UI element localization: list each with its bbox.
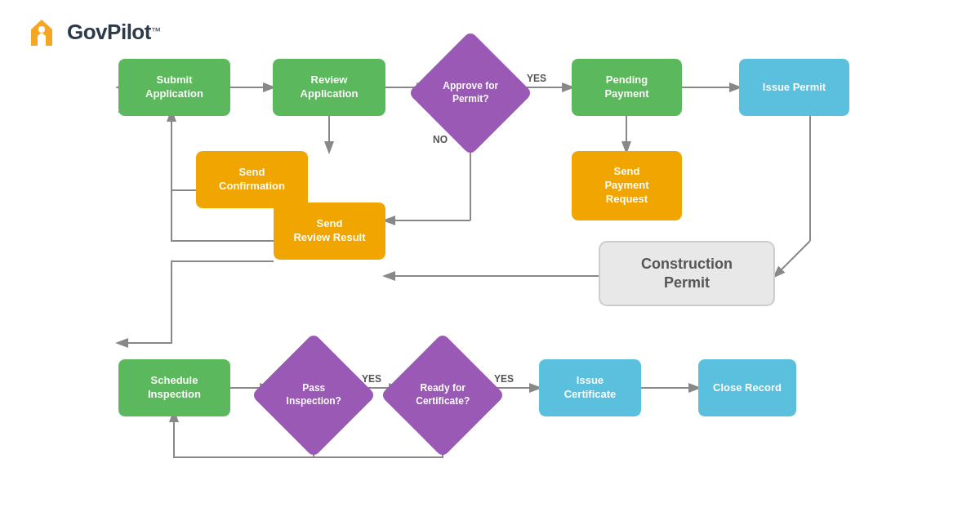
yes-label-pass: YES: [362, 373, 381, 385]
page: GovPilot™: [0, 0, 980, 512]
issue-certificate-node: Issue Certificate: [539, 359, 641, 416]
svg-line-17: [775, 241, 810, 276]
no-label-approve: NO: [433, 134, 448, 145]
send-confirmation-node: Send Confirmation: [196, 151, 308, 208]
send-review-result-node: Send Review Result: [274, 203, 385, 260]
review-application-node: Review Application: [273, 59, 385, 116]
construction-permit-node: Construction Permit: [599, 241, 775, 306]
yes-label-ready: YES: [494, 373, 514, 385]
close-record-node: Close Record: [698, 359, 796, 416]
submit-application-node: Submit Application: [118, 59, 230, 116]
send-payment-request-node: Send Payment Request: [572, 151, 682, 220]
yes-label-approve: YES: [527, 73, 546, 84]
schedule-inspection-node: Schedule Inspection: [118, 359, 230, 416]
issue-permit-node: Issue Permit: [739, 59, 849, 116]
pending-payment-node: Pending Payment: [572, 59, 682, 116]
